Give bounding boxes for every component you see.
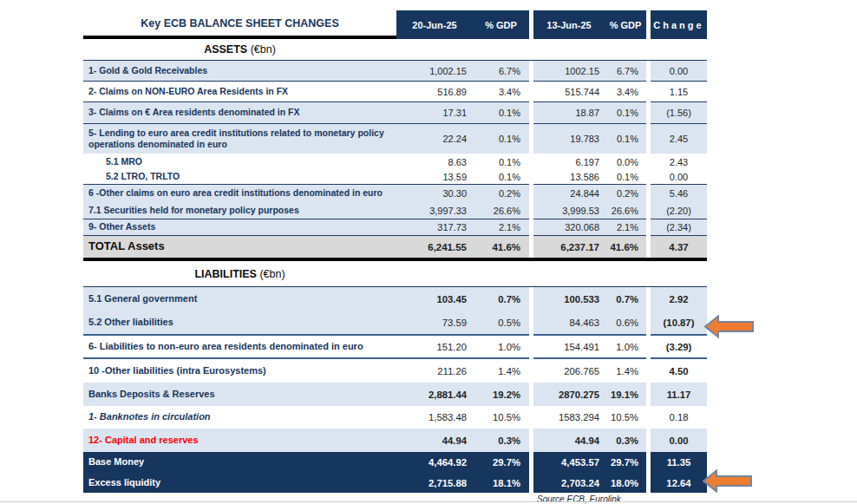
change-cell: (2.20)	[651, 202, 707, 219]
assets-total-row: TOTAL Assets6,241.5541.6%6,237.1741.6%4.…	[83, 236, 707, 258]
table-row: 1- Banknotes in circulation1,583.4810.5%…	[83, 406, 707, 429]
row-label: 5.1 MRO	[83, 154, 396, 170]
pct-gdp-13jun-cell: 3.4%	[605, 82, 646, 102]
value-20jun-cell: 73.59	[396, 311, 473, 336]
change-cell: 0.00	[651, 429, 707, 452]
table-row: 1- Gold & Gold Receivables1,002.156.7%10…	[83, 61, 707, 82]
value-20jun-cell: 44.94	[396, 429, 473, 452]
value-20jun-cell: 317.73	[396, 219, 473, 236]
pct-gdp-13jun-cell: 0.0%	[605, 154, 646, 170]
value-20jun-cell: 6,241.55	[396, 236, 473, 258]
balance-sheet-table: Key ECB BALANCE SHEET CHANGES 20-Jun-25 …	[83, 10, 707, 504]
pct-gdp-20jun-cell: 29.7%	[473, 452, 529, 473]
pct-gdp-13jun-cell: 2.1%	[605, 219, 646, 236]
row-label: 2- Claims on NON-EURO Area Residents in …	[83, 82, 396, 102]
row-label: 5.2 LTRO, TRLTO	[83, 170, 396, 185]
change-cell: 2.45	[651, 124, 707, 154]
pct-gdp-20jun-cell: 18.1%	[473, 473, 529, 493]
value-20jun-cell: 3,997.33	[396, 202, 473, 219]
row-label: 6- Liabilities to non-euro area resident…	[83, 336, 396, 359]
liabilities-section-header: LIABILITIES (€bn)	[83, 261, 707, 287]
change-cell: 0.18	[651, 406, 707, 429]
value-20jun-cell: 22.24	[396, 124, 473, 154]
value-20jun-cell: 17.31	[396, 102, 473, 124]
row-label: 10 -Other liabilities (intra Eurosystems…	[83, 359, 396, 383]
table-row: 5- Lending to euro area credit instituti…	[83, 124, 707, 154]
row-label: 5.2 Other liabilities	[83, 311, 396, 336]
table-row: 5.1 General government103.450.7%100.5330…	[83, 287, 707, 311]
table-row: 6 -Other claims on euro area credit inst…	[83, 185, 707, 202]
row-label: 12- Capital and reserves	[83, 429, 396, 452]
table-row: Base Money4,464.9229.7%4,453.5729.7%11.3…	[83, 452, 707, 473]
pct-gdp-20jun-cell: 41.6%	[473, 236, 529, 258]
header-group-13jun: 13-Jun-25 % GDP	[533, 10, 646, 39]
pct-gdp-13jun-cell: 41.6%	[605, 236, 646, 258]
value-20jun-cell: 13.59	[396, 170, 473, 185]
header-col-gdp1: % GDP	[473, 10, 529, 39]
table-header-row: Key ECB BALANCE SHEET CHANGES 20-Jun-25 …	[83, 10, 707, 39]
value-13jun-cell: 3,999.53	[533, 202, 605, 219]
pct-gdp-13jun-cell: 10.5%	[605, 406, 646, 429]
assets-section-header: ASSETS (€bn)	[83, 39, 707, 61]
value-13jun-cell: 1583.294	[533, 406, 605, 429]
change-cell: 0.00	[651, 61, 707, 82]
value-13jun-cell: 1002.15	[533, 61, 605, 82]
pct-gdp-20jun-cell: 2.1%	[473, 219, 529, 236]
table-title-cell: Key ECB BALANCE SHEET CHANGES	[83, 10, 396, 39]
table-row: 9- Other Assets317.732.1%320.0682.1%(2.3…	[83, 219, 707, 236]
pct-gdp-20jun-cell: 0.2%	[473, 185, 529, 202]
value-13jun-cell: 4,453.57	[533, 452, 605, 473]
header-col-date1: 20-Jun-25	[396, 10, 473, 39]
table-row: 7.1 Securities held for monetary policy …	[83, 202, 707, 219]
table-row: TOTAL Assets6,241.5541.6%6,237.1741.6%4.…	[83, 236, 707, 258]
pct-gdp-13jun-cell: 1.4%	[605, 359, 646, 383]
pct-gdp-13jun-cell: 0.1%	[605, 124, 646, 154]
header-group-20jun: 20-Jun-25 % GDP	[396, 10, 529, 39]
row-label: 1- Banknotes in circulation	[83, 406, 396, 429]
change-cell: 2.92	[651, 287, 707, 311]
pct-gdp-13jun-cell: 0.1%	[605, 102, 646, 124]
pct-gdp-20jun-cell: 1.0%	[473, 336, 529, 359]
pct-gdp-20jun-cell: 0.7%	[473, 287, 529, 311]
row-label: 9- Other Assets	[83, 219, 396, 236]
highlight-arrow-excess-liquidity	[703, 469, 753, 493]
pct-gdp-13jun-cell: 0.7%	[605, 287, 646, 311]
pct-gdp-20jun-cell: 0.1%	[473, 154, 529, 170]
ecb-balance-sheet-report: Key ECB BALANCE SHEET CHANGES 20-Jun-25 …	[0, 0, 857, 504]
table-row: 6- Liabilities to non-euro area resident…	[83, 336, 707, 359]
change-cell: 5.46	[651, 185, 707, 202]
value-20jun-cell: 8.63	[396, 154, 473, 170]
pct-gdp-20jun-cell: 0.5%	[473, 311, 529, 336]
value-13jun-cell: 84.463	[533, 311, 605, 336]
value-20jun-cell: 4,464.92	[396, 452, 473, 473]
change-cell: 0.00	[651, 170, 707, 185]
table-row: 5.2 LTRO, TRLTO13.590.1%13.5860.1%0.00	[83, 170, 707, 185]
table-row: 5.2 Other liabilities73.590.5%84.4630.6%…	[83, 311, 707, 336]
pct-gdp-20jun-cell: 0.1%	[473, 124, 529, 154]
pct-gdp-13jun-cell: 19.1%	[605, 383, 646, 406]
value-13jun-cell: 24.844	[533, 185, 605, 202]
pct-gdp-20jun-cell: 19.2%	[473, 383, 529, 406]
value-13jun-cell: 13.586	[533, 170, 605, 185]
row-label: 7.1 Securities held for monetary policy …	[83, 202, 396, 219]
liabilities-rows: 5.1 General government103.450.7%100.5330…	[83, 287, 707, 493]
change-cell: (1.56)	[651, 102, 707, 124]
header-col-date2: 13-Jun-25	[533, 10, 605, 39]
row-label: 5.1 General government	[83, 287, 396, 311]
value-13jun-cell: 206.765	[533, 359, 605, 383]
pct-gdp-13jun-cell: 26.6%	[605, 202, 646, 219]
value-20jun-cell: 30.30	[396, 185, 473, 202]
value-13jun-cell: 2,703.24	[533, 473, 605, 493]
header-col-gdp2: % GDP	[605, 10, 646, 39]
row-label: 3- Claims on € Area residents denominate…	[83, 102, 396, 124]
change-cell: 11.17	[651, 383, 707, 406]
value-13jun-cell: 18.87	[533, 102, 605, 124]
value-20jun-cell: 2,715.88	[396, 473, 473, 493]
pct-gdp-20jun-cell: 26.6%	[473, 202, 529, 219]
value-13jun-cell: 320.068	[533, 219, 605, 236]
pct-gdp-13jun-cell: 0.3%	[605, 429, 646, 452]
pct-gdp-20jun-cell: 0.1%	[473, 102, 529, 124]
value-20jun-cell: 103.45	[396, 287, 473, 311]
table-row: 12- Capital and reserves44.940.3%44.940.…	[83, 429, 707, 452]
value-20jun-cell: 2,881.44	[396, 383, 473, 406]
